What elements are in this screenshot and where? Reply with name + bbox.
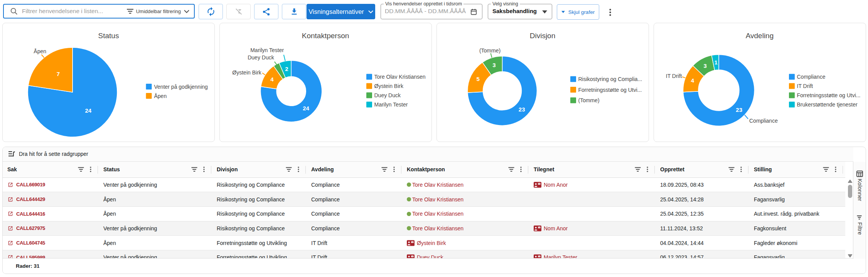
svg-text:Marilyn Tester: Marilyn Tester [374, 101, 408, 108]
svg-text:Duey Duck: Duey Duck [248, 54, 274, 61]
svg-text:Venter på godkjenning: Venter på godkjenning [154, 83, 208, 90]
svg-text:Brukerstøttende tjenester: Brukerstøttende tjenester [797, 101, 858, 108]
svg-text:Forretningsstøtte og Utvi...: Forretningsstøtte og Utvi... [578, 86, 642, 93]
svg-text:1: 1 [714, 59, 717, 66]
svg-text:Compliance: Compliance [749, 118, 778, 124]
svg-text:Tore Olav Kristiansen: Tore Olav Kristiansen [374, 74, 425, 80]
svg-text:IT Drift: IT Drift [666, 73, 682, 79]
svg-text:23: 23 [518, 106, 525, 113]
svg-text:Åpen: Åpen [154, 93, 167, 99]
svg-text:24: 24 [303, 105, 309, 111]
svg-text:Øystein Birk: Øystein Birk [232, 69, 261, 75]
svg-text:24: 24 [85, 107, 91, 114]
svg-text:Risikostyring og Complia...: Risikostyring og Complia... [578, 76, 642, 82]
svg-text:Duey Duck: Duey Duck [374, 92, 401, 98]
svg-text:3: 3 [492, 62, 496, 68]
svg-text:5: 5 [476, 76, 479, 82]
svg-text:2: 2 [285, 66, 288, 72]
svg-text:Compliance: Compliance [797, 74, 825, 80]
svg-text:7: 7 [57, 70, 60, 77]
svg-text:Øystein Birk: Øystein Birk [374, 83, 403, 89]
svg-text:4: 4 [691, 77, 694, 84]
svg-text:Åpen: Åpen [34, 48, 46, 54]
svg-text:23: 23 [736, 106, 742, 113]
svg-text:Forretningsstøtte og Utvi...: Forretningsstøtte og Utvi... [797, 92, 860, 98]
svg-text:(Tomme): (Tomme) [479, 47, 500, 53]
svg-text:(Tomme): (Tomme) [578, 97, 599, 103]
svg-text:Marilyn Tester: Marilyn Tester [250, 47, 284, 53]
svg-text:3: 3 [703, 62, 706, 69]
svg-text:IT Drift: IT Drift [797, 83, 813, 89]
svg-text:4: 4 [270, 76, 274, 82]
